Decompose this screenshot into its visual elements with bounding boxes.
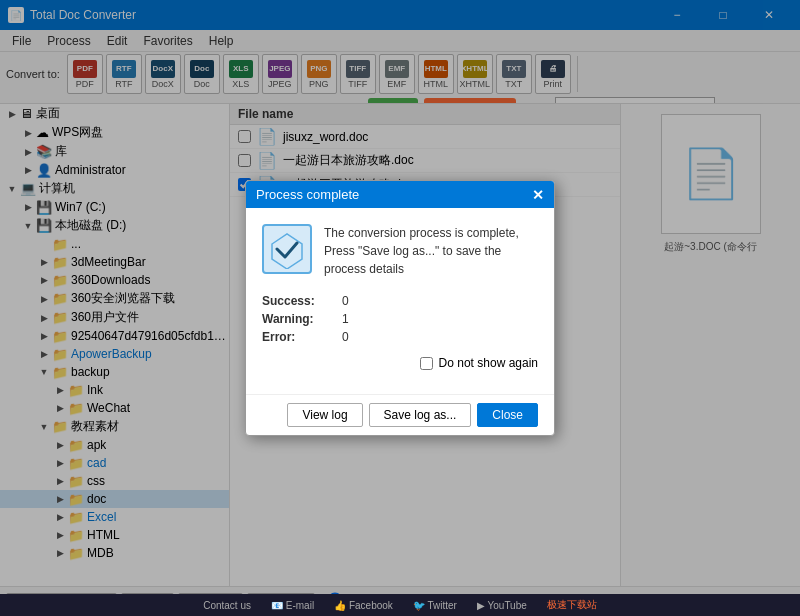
modal-header-row: The conversion process is complete, Pres… xyxy=(262,224,538,278)
modal-close-button[interactable]: ✕ xyxy=(532,188,544,202)
svg-marker-0 xyxy=(272,234,302,269)
error-label: Error: xyxy=(262,330,342,344)
contact-us-text: Contact us xyxy=(203,600,251,611)
dont-show-label: Do not show again xyxy=(439,356,538,370)
warning-label: Warning: xyxy=(262,312,342,326)
modal-body: The conversion process is complete, Pres… xyxy=(246,208,554,394)
twitter-text: 🐦 Twitter xyxy=(413,600,457,611)
success-value: 0 xyxy=(342,294,349,308)
warning-stat-row: Warning: 1 xyxy=(262,312,538,326)
email-text: 📧 E-mail xyxy=(271,600,314,611)
brand-text: 极速下载站 xyxy=(547,598,597,612)
dont-show-row: Do not show again xyxy=(262,356,538,370)
modal-success-icon xyxy=(262,224,312,274)
success-label: Success: xyxy=(262,294,342,308)
modal-title-bar: Process complete ✕ xyxy=(246,181,554,208)
view-log-button[interactable]: View log xyxy=(287,403,362,427)
modal-message: The conversion process is complete, Pres… xyxy=(324,224,538,278)
modal-overlay: Process complete ✕ The conversion proces… xyxy=(0,0,800,616)
error-value: 0 xyxy=(342,330,349,344)
watermark-bar: Contact us 📧 E-mail 👍 Facebook 🐦 Twitter… xyxy=(0,594,800,616)
checkmark-svg xyxy=(267,229,307,269)
youtube-text: ▶ YouTube xyxy=(477,600,527,611)
error-stat-row: Error: 0 xyxy=(262,330,538,344)
modal-title: Process complete xyxy=(256,187,359,202)
process-complete-modal: Process complete ✕ The conversion proces… xyxy=(245,180,555,436)
save-log-button[interactable]: Save log as... xyxy=(369,403,472,427)
facebook-text: 👍 Facebook xyxy=(334,600,393,611)
warning-value: 1 xyxy=(342,312,349,326)
modal-stats: Success: 0 Warning: 1 Error: 0 xyxy=(262,294,538,344)
success-stat-row: Success: 0 xyxy=(262,294,538,308)
dont-show-checkbox[interactable] xyxy=(420,357,433,370)
modal-footer: View log Save log as... Close xyxy=(246,394,554,435)
modal-close-ok-button[interactable]: Close xyxy=(477,403,538,427)
